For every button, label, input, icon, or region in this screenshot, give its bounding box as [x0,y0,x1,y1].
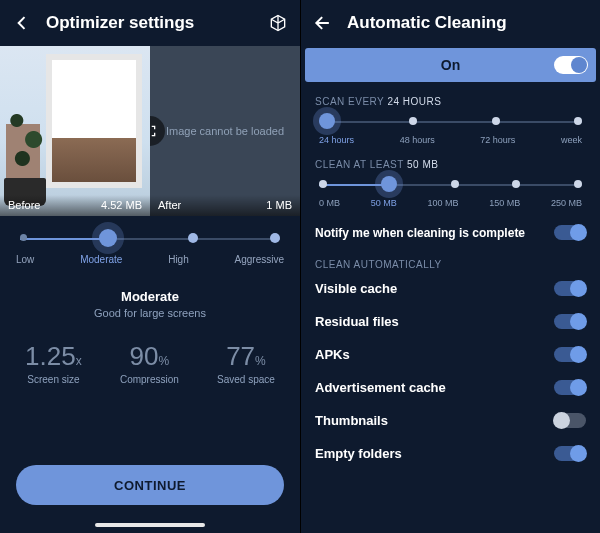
toggle[interactable] [554,446,586,461]
master-toggle-switch[interactable] [554,56,588,74]
slider-thumb[interactable] [99,229,117,247]
quality-description: Moderate Good for large screens [0,289,300,319]
auto-item-apks[interactable]: APKs [301,338,600,371]
toggle[interactable] [554,413,586,428]
before-after-compare: Before 4.52 MB Image cannot be loaded Af… [0,46,300,216]
toggle[interactable] [554,380,586,395]
slider-stop[interactable] [319,180,327,188]
clean-at-least-label: CLEAN AT LEAST 50 MB [301,145,600,170]
slider-stop[interactable] [409,117,417,125]
slider-label: Low [16,254,34,265]
optimizer-settings-screen: Optimizer settings Before 4.52 MB Image … [0,0,300,533]
slider-stop[interactable] [512,180,520,188]
notify-label: Notify me when cleaning is complete [315,226,525,240]
before-image: Before 4.52 MB [0,46,150,216]
expand-icon[interactable] [150,116,165,146]
header: Optimizer settings [0,0,300,46]
auto-item-thumbnails[interactable]: Thumbnails [301,404,600,437]
toggle[interactable] [554,281,586,296]
slider-label: High [168,254,189,265]
slider-label: Moderate [80,254,122,265]
quality-slider[interactable]: Low Moderate High Aggressive [0,216,300,265]
clean-auto-section-label: CLEAN AUTOMATICALLY [301,249,600,272]
slider-stop[interactable] [574,180,582,188]
master-toggle-bar[interactable]: On [305,48,596,82]
stat-saved-space: 77% Saved space [217,341,275,385]
slider-stop[interactable] [492,117,500,125]
clean-threshold-slider[interactable]: 0 MB 50 MB 100 MB 150 MB 250 MB [301,170,600,208]
after-size: 1 MB [266,199,292,211]
header: Automatic Cleaning [301,0,600,46]
after-placeholder-msg: Image cannot be loaded [166,125,284,137]
slider-thumb[interactable] [381,176,397,192]
after-image: Image cannot be loaded After 1 MB [150,46,300,216]
slider-stop[interactable] [188,233,198,243]
scan-interval-slider[interactable]: 24 hours 48 hours 72 hours week [301,107,600,145]
quality-name: Moderate [0,289,300,304]
slider-stop[interactable] [451,180,459,188]
before-label: Before [8,199,40,211]
auto-item-empty-folders[interactable]: Empty folders [301,437,600,470]
after-label: After [158,199,181,211]
page-title: Automatic Cleaning [347,13,588,33]
auto-item-residual-files[interactable]: Residual files [301,305,600,338]
slider-label: Aggressive [235,254,284,265]
back-icon[interactable] [313,13,333,33]
nav-home-indicator [95,523,205,527]
quality-subtitle: Good for large screens [0,307,300,319]
before-size: 4.52 MB [101,199,142,211]
cube-icon[interactable] [268,13,288,33]
toggle[interactable] [554,347,586,362]
slider-stop[interactable] [270,233,280,243]
page-title: Optimizer settings [46,13,254,33]
slider-thumb[interactable] [319,113,335,129]
slider-stop[interactable] [574,117,582,125]
back-icon[interactable] [12,13,32,33]
scan-every-label: SCAN EVERY 24 HOURS [301,82,600,107]
stats-row: 1.25x Screen size 90% Compression 77% Sa… [0,341,300,385]
slider-stop[interactable] [20,234,27,241]
toggle[interactable] [554,314,586,329]
master-toggle-label: On [441,57,460,73]
stat-screen-size: 1.25x Screen size [25,341,82,385]
notify-row[interactable]: Notify me when cleaning is complete [301,216,600,249]
auto-item-ad-cache[interactable]: Advertisement cache [301,371,600,404]
stat-compression: 90% Compression [120,341,179,385]
continue-button[interactable]: CONTINUE [16,465,284,505]
automatic-cleaning-screen: Automatic Cleaning On SCAN EVERY 24 HOUR… [300,0,600,533]
notify-toggle[interactable] [554,225,586,240]
auto-item-visible-cache[interactable]: Visible cache [301,272,600,305]
